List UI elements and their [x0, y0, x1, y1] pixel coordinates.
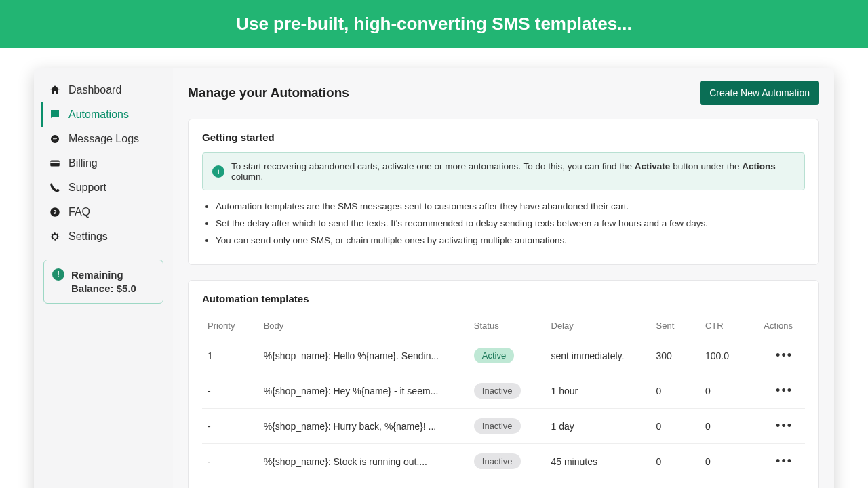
main-header: Manage your Automations Create New Autom… [188, 81, 819, 105]
table-row: 1 %{shop_name}: Hello %{name}. Sendin...… [202, 338, 805, 373]
cell-priority: - [202, 444, 258, 479]
cell-body: %{shop_name}: Stock is running out.... [258, 444, 469, 479]
app-window: Dashboard Automations Message Logs Billi… [34, 68, 834, 488]
gear-icon [48, 230, 62, 243]
sidebar-item-label: FAQ [68, 206, 90, 218]
table-row: - %{shop_name}: Hey %{name} - it seem...… [202, 373, 805, 409]
status-badge: Inactive [474, 418, 521, 434]
svg-text:?: ? [53, 209, 57, 216]
create-automation-button[interactable]: Create New Automation [700, 81, 819, 105]
cell-ctr: 0 [700, 444, 756, 479]
sidebar-item-label: Settings [68, 230, 108, 243]
col-priority: Priority [202, 314, 258, 338]
balance-text: Remaining Balance: $5.0 [71, 268, 136, 295]
col-body: Body [258, 314, 469, 338]
sidebar-item-dashboard[interactable]: Dashboard [41, 78, 166, 102]
row-actions-button[interactable]: ••• [776, 454, 793, 468]
promo-headline: Use pre-built, high-converting SMS templ… [236, 14, 632, 34]
sidebar-item-label: Support [68, 182, 106, 194]
col-sent: Sent [651, 314, 700, 338]
cell-body: %{shop_name}: Hello %{name}. Sendin... [258, 338, 469, 373]
balance-line1: Remaining [71, 268, 136, 282]
cell-sent: 0 [651, 409, 700, 444]
col-status: Status [469, 314, 546, 338]
row-actions-button[interactable]: ••• [776, 348, 793, 362]
cell-ctr: 0 [700, 409, 756, 444]
templates-heading: Automation templates [202, 293, 805, 304]
table-row: - %{shop_name}: Hurry back, %{name}! ...… [202, 409, 805, 444]
sidebar-item-label: Message Logs [68, 133, 139, 145]
col-delay: Delay [546, 314, 651, 338]
sidebar-item-settings[interactable]: Settings [41, 224, 166, 249]
cell-delay: 1 hour [546, 373, 651, 409]
bullet-item: Automation templates are the SMS message… [216, 201, 805, 211]
cell-priority: - [202, 409, 258, 444]
status-badge: Active [474, 348, 514, 363]
col-actions: Actions [756, 314, 805, 338]
bullet-item: You can send only one SMS, or chain mult… [216, 235, 805, 245]
cell-sent: 0 [651, 373, 700, 409]
question-icon: ? [48, 206, 62, 218]
cell-sent: 0 [651, 444, 700, 479]
cell-priority: - [202, 373, 258, 409]
cell-delay: 45 minutes [546, 444, 651, 479]
cell-body: %{shop_name}: Hurry back, %{name}! ... [258, 409, 469, 444]
getting-started-bullets: Automation templates are the SMS message… [202, 201, 805, 245]
templates-table: Priority Body Status Delay Sent CTR Acti… [202, 314, 805, 479]
status-badge: Inactive [474, 453, 521, 469]
chat-icon [48, 108, 62, 121]
info-callout: i To start recovering abandoned carts, a… [202, 152, 805, 190]
getting-started-heading: Getting started [202, 131, 805, 143]
row-actions-button[interactable]: ••• [776, 384, 793, 397]
cell-sent: 300 [651, 338, 700, 373]
svg-rect-1 [50, 161, 60, 167]
sidebar: Dashboard Automations Message Logs Billi… [34, 68, 173, 488]
templates-card: Automation templates Priority Body Statu… [188, 280, 819, 488]
info-icon: i [212, 165, 224, 178]
sidebar-item-faq[interactable]: ? FAQ [41, 200, 166, 224]
phone-icon [48, 182, 62, 194]
status-badge: Inactive [474, 383, 521, 399]
card-icon [48, 157, 62, 169]
cell-priority: 1 [202, 338, 258, 373]
table-row: - %{shop_name}: Stock is running out....… [202, 444, 805, 479]
sidebar-item-billing[interactable]: Billing [41, 151, 166, 176]
page-title: Manage your Automations [188, 85, 349, 100]
cell-ctr: 100.0 [700, 338, 756, 373]
cell-delay: 1 day [546, 409, 651, 444]
svg-rect-2 [50, 162, 60, 163]
cell-body: %{shop_name}: Hey %{name} - it seem... [258, 373, 469, 409]
getting-started-card: Getting started i To start recovering ab… [188, 119, 819, 265]
alert-icon: ! [52, 268, 64, 281]
sidebar-item-message-logs[interactable]: Message Logs [41, 127, 166, 151]
cell-ctr: 0 [700, 373, 756, 409]
bullet-item: Set the delay after which to send the te… [216, 218, 805, 228]
sidebar-item-label: Automations [68, 108, 129, 121]
balance-line2: Balance: $5.0 [71, 282, 136, 296]
balance-card: ! Remaining Balance: $5.0 [43, 260, 163, 304]
main-content: Manage your Automations Create New Autom… [173, 68, 834, 488]
sidebar-item-automations[interactable]: Automations [41, 102, 166, 127]
home-icon [48, 84, 62, 96]
sms-icon [48, 133, 62, 145]
row-actions-button[interactable]: ••• [776, 419, 793, 432]
sidebar-item-support[interactable]: Support [41, 176, 166, 200]
info-text: To start recovering abandoned carts, act… [231, 161, 795, 182]
col-ctr: CTR [700, 314, 756, 338]
sidebar-item-label: Billing [68, 157, 98, 169]
sidebar-item-label: Dashboard [68, 84, 121, 96]
promo-banner: Use pre-built, high-converting SMS templ… [0, 0, 868, 48]
cell-delay: sent immediately. [546, 338, 651, 373]
svg-point-0 [51, 135, 59, 143]
